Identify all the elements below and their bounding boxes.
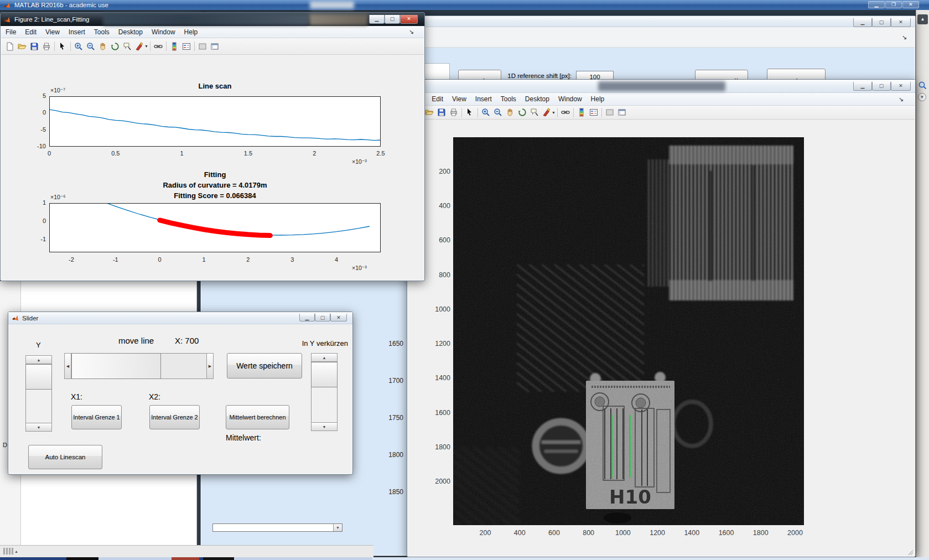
slider-thumb[interactable] xyxy=(311,362,338,387)
figure2-menu-view[interactable]: View xyxy=(41,28,64,36)
y-slider-label: Y xyxy=(36,341,41,349)
search-icon[interactable] xyxy=(918,81,927,90)
insert-legend-icon[interactable] xyxy=(588,107,600,118)
figure-d-maximize-button[interactable]: ▢ xyxy=(872,82,891,91)
slider-thumb[interactable] xyxy=(25,364,52,390)
open-file-icon[interactable] xyxy=(16,41,28,52)
interval-limit-1-button[interactable]: Interval Grenze 1 xyxy=(71,405,122,429)
main-close-button[interactable]: ✕ xyxy=(902,1,919,8)
figure-d-menu-desktop[interactable]: Desktop xyxy=(521,95,554,103)
dock-figure-icon[interactable]: ↘ xyxy=(902,34,907,41)
figure2-close-button[interactable]: ✕ xyxy=(400,15,418,24)
zoom-in-icon[interactable] xyxy=(480,107,492,118)
interval-limit-2-button[interactable]: Interval Grenze 2 xyxy=(149,405,200,429)
slider-down-arrow-icon[interactable]: ▼ xyxy=(25,423,52,432)
brush-dropdown-icon[interactable]: ▼ xyxy=(144,44,148,48)
slider-down-arrow-icon[interactable]: ▼ xyxy=(311,422,338,431)
slider-thumb[interactable] xyxy=(71,353,161,379)
insert-legend-icon[interactable] xyxy=(180,41,193,52)
image-ytick-6: 1400 xyxy=(424,374,450,382)
figure-d-menu-tools[interactable]: Tools xyxy=(496,95,521,103)
edit-cursor-icon[interactable] xyxy=(464,107,476,118)
dock-figure-icon[interactable]: ↘ xyxy=(404,28,418,35)
save-figure-icon[interactable] xyxy=(28,41,40,52)
windows-taskbar[interactable] xyxy=(0,557,929,560)
brush-dropdown-icon[interactable]: ▼ xyxy=(552,111,556,115)
save-figure-icon[interactable] xyxy=(435,107,448,118)
brush-data-icon[interactable] xyxy=(541,107,553,118)
main-minimize-button[interactable]: ▁ xyxy=(868,1,885,8)
shorten-y-label: In Y verkürzen xyxy=(252,339,348,348)
figure2-menu-insert[interactable]: Insert xyxy=(64,28,90,36)
insert-colorbar-icon[interactable] xyxy=(168,41,180,52)
figure2-menu-desktop[interactable]: Desktop xyxy=(114,28,147,36)
pan-hand-icon[interactable] xyxy=(504,107,516,118)
dock-figure-icon[interactable]: ↘ xyxy=(894,96,908,103)
shorten-y-slider[interactable]: ▲ ▼ xyxy=(311,353,338,431)
print-figure-icon[interactable] xyxy=(448,107,460,118)
figure2-menu-tools[interactable]: Tools xyxy=(90,28,114,36)
hide-plot-tools-icon[interactable] xyxy=(196,41,209,52)
figure-d-menu-window[interactable]: Window xyxy=(554,95,587,103)
plot2-axes[interactable] xyxy=(49,203,381,252)
zoom-in-icon[interactable] xyxy=(72,41,85,52)
plot1-axes[interactable] xyxy=(49,96,381,147)
panel-grip-handle[interactable]: ▲ xyxy=(3,548,18,554)
print-figure-icon[interactable] xyxy=(40,41,53,52)
new-file-icon[interactable] xyxy=(4,41,16,52)
figure2-menu-edit[interactable]: Edit xyxy=(20,28,41,36)
gui-close-button[interactable]: ✕ xyxy=(891,18,911,27)
dropdown-arrow-icon[interactable]: ▼ xyxy=(333,524,342,531)
slider-minimize-button[interactable]: ▁ xyxy=(299,314,315,322)
plot2-ytick-1: 0 xyxy=(26,217,46,224)
slider-up-arrow-icon[interactable]: ▲ xyxy=(25,355,52,364)
slider-up-arrow-icon[interactable]: ▲ xyxy=(311,353,338,362)
figure2-maximize-button[interactable]: ▢ xyxy=(385,15,400,24)
wrapped-phase-image[interactable]: H10 xyxy=(453,137,804,525)
collapse-ribbon-icon[interactable]: ▲ xyxy=(917,14,928,24)
gui-dropdown[interactable]: ▼ xyxy=(212,523,342,532)
rotate-3d-icon[interactable] xyxy=(109,41,121,52)
zoom-out-icon[interactable] xyxy=(85,41,97,52)
edit-cursor-icon[interactable] xyxy=(56,41,69,52)
figure2-menu-window[interactable]: Window xyxy=(147,28,180,36)
figure2-menu-help[interactable]: Help xyxy=(180,28,203,36)
slider-left-arrow-icon[interactable]: ◀ xyxy=(64,353,71,379)
save-values-button[interactable]: Werte speichern xyxy=(227,353,302,378)
slider-maximize-button[interactable]: ▢ xyxy=(315,314,330,322)
main-title-bar[interactable]: MATLAB R2016b - academic use ▁ ❐ ✕ xyxy=(0,0,929,10)
toolbar-separator xyxy=(478,108,478,117)
resize-grip[interactable] xyxy=(907,549,913,555)
zoom-out-icon[interactable] xyxy=(492,107,504,118)
show-plot-tools-icon[interactable] xyxy=(209,41,221,52)
figure-d-menu-view[interactable]: View xyxy=(448,95,471,103)
link-plots-icon[interactable] xyxy=(559,107,572,118)
data-cursor-icon[interactable] xyxy=(528,107,541,118)
slider-close-button[interactable]: ✕ xyxy=(330,314,347,322)
chevron-down-icon[interactable]: ▼ xyxy=(918,93,926,101)
figure-d-menu-edit[interactable]: Edit xyxy=(427,95,448,103)
rotate-3d-icon[interactable] xyxy=(516,107,528,118)
gui-maximize-button[interactable]: ▢ xyxy=(872,18,891,27)
move-line-slider[interactable]: ◀ ▶ xyxy=(64,353,214,379)
figure2-menu-file[interactable]: File xyxy=(1,28,20,36)
show-plot-tools-icon[interactable] xyxy=(616,107,628,118)
figure2-minimize-button[interactable]: ▁ xyxy=(369,15,385,24)
brush-data-icon[interactable] xyxy=(133,41,146,52)
gui-minimize-button[interactable]: ▁ xyxy=(853,18,872,27)
data-cursor-icon[interactable] xyxy=(121,41,133,52)
slider-right-arrow-icon[interactable]: ▶ xyxy=(206,353,214,379)
open-file-icon[interactable] xyxy=(423,107,435,118)
hide-plot-tools-icon[interactable] xyxy=(604,107,616,118)
main-maximize-button[interactable]: ❐ xyxy=(885,1,902,8)
auto-linescan-button[interactable]: Auto Linescan xyxy=(28,445,102,469)
figure-d-menu-insert[interactable]: Insert xyxy=(471,95,496,103)
figure-d-minimize-button[interactable]: ▁ xyxy=(853,82,872,91)
calculate-mean-button[interactable]: Mittelwert berechnen xyxy=(226,405,289,429)
figure-d-menu-help[interactable]: Help xyxy=(587,95,609,103)
pan-hand-icon[interactable] xyxy=(97,41,109,52)
y-slider[interactable]: ▲ ▼ xyxy=(25,355,52,432)
link-plots-icon[interactable] xyxy=(152,41,164,52)
figure-d-close-button[interactable]: ✕ xyxy=(891,82,911,91)
insert-colorbar-icon[interactable] xyxy=(575,107,588,118)
